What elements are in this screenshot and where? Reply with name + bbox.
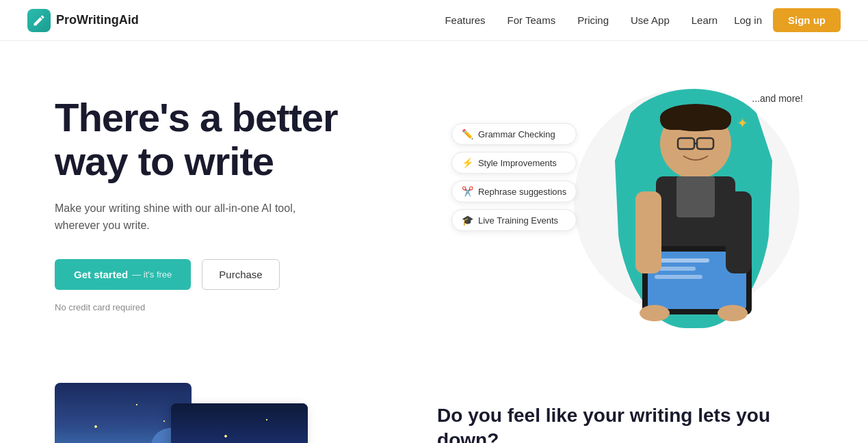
svg-point-16 [640,305,670,321]
starry-night-fg [171,403,308,443]
nav-links: Features For Teams Pricing Use App Learn [445,14,718,27]
nav-link-teams[interactable]: For Teams [508,14,556,26]
logo-text: ProWritingAid [56,13,139,27]
svg-rect-8 [676,176,715,217]
svg-rect-6 [660,109,731,130]
pill-grammar: ✏️ Grammar Checking [451,123,577,145]
pill-training: 🎓 Live Training Events [451,209,577,231]
free-tag: — it's free [132,269,172,280]
pencil-icon: ✏️ [462,129,473,139]
nav-link-features[interactable]: Features [445,14,485,26]
lightning-icon: ⚡ [462,157,473,168]
hero-left: There's a better way to write Make your … [55,82,472,312]
feature-pills: ✏️ Grammar Checking ⚡ Style Improvements… [451,123,577,231]
hero-subtitle: Make your writing shine with our all-in-… [55,200,328,234]
get-started-button[interactable]: Get started — it's free [55,259,191,290]
graduation-icon: 🎓 [462,215,473,226]
hero-right: ✏️ Grammar Checking ⚡ Style Improvements… [472,82,813,342]
image-stack: My idea in my head [55,383,287,443]
section2-left: My idea in my head [55,383,396,443]
svg-rect-15 [726,191,752,273]
and-more-label: ...and more! [752,93,803,104]
nav-link-learn[interactable]: Learn [692,14,718,26]
logo[interactable]: ProWritingAid [27,9,139,32]
navbar: ProWritingAid Features For Teams Pricing… [0,0,868,41]
section2-right: Do you feel like your writing lets you d… [437,383,813,443]
hero-buttons: Get started — it's free Purchase [55,259,472,290]
nav-link-useapp[interactable]: Use App [631,14,670,26]
nav-link-pricing[interactable]: Pricing [577,14,609,26]
pill-rephrase: ✂️ Rephrase suggestions [451,180,577,202]
hero-section: There's a better way to write Make your … [0,41,868,369]
scissors-icon: ✂️ [462,186,473,197]
section2: My idea in my head Do you feel like your… [0,369,868,443]
no-cc-text: No credit card required [55,302,472,312]
svg-point-17 [718,305,748,321]
star-decoration: ✦ [737,115,748,131]
svg-rect-11 [655,258,709,263]
signup-button[interactable]: Sign up [773,8,841,32]
svg-rect-13 [655,275,702,279]
login-link[interactable]: Log in [734,14,762,26]
pill-style: ⚡ Style Improvements [451,152,577,174]
hero-person-image [601,82,786,335]
logo-icon [27,9,51,32]
svg-rect-14 [635,191,661,273]
purchase-button[interactable]: Purchase [202,259,279,290]
section2-title: Do you feel like your writing lets you d… [437,403,813,443]
hero-title: There's a better way to write [55,96,472,183]
image-card-front [171,403,308,443]
